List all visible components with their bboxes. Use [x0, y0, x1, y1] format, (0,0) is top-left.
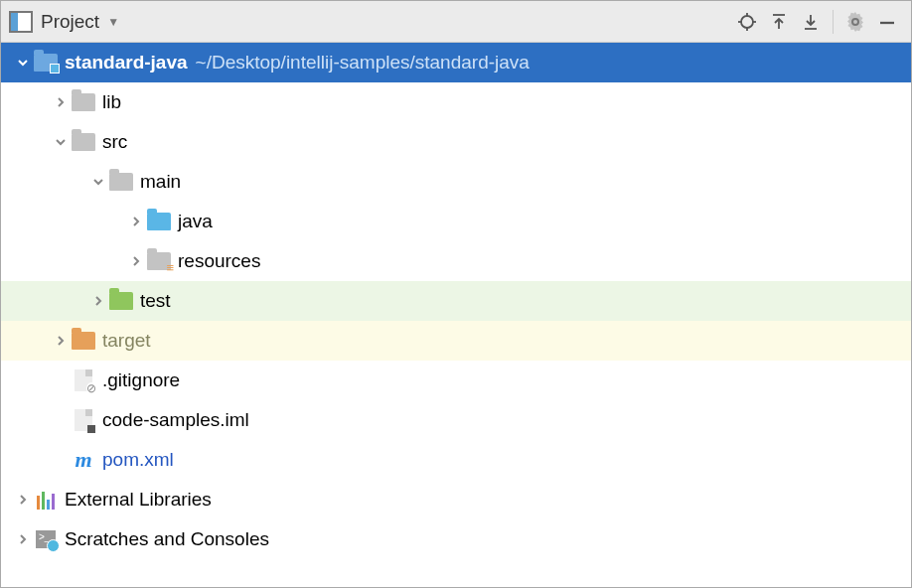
collapse-all-icon[interactable]: [795, 6, 827, 38]
module-path: ~/Desktop/intellij-samples/standard-java: [196, 52, 530, 74]
chevron-right-icon[interactable]: [126, 212, 146, 231]
folder-icon: [71, 91, 96, 113]
expand-all-icon[interactable]: [763, 6, 795, 38]
scratches-icon: [33, 528, 59, 550]
node-label: External Libraries: [65, 489, 212, 511]
tree-folder-resources[interactable]: resources: [1, 241, 911, 281]
resources-folder-icon: [146, 250, 172, 272]
node-label: Scratches and Consoles: [65, 528, 269, 550]
tree-folder-test[interactable]: test: [1, 281, 911, 321]
folder-label: main: [140, 171, 181, 193]
file-icon: [71, 369, 96, 391]
excluded-folder-icon: [71, 330, 96, 352]
tree-folder-target[interactable]: target: [1, 321, 911, 361]
chevron-down-icon[interactable]: [13, 53, 33, 73]
folder-label: java: [178, 211, 213, 232]
tree-folder-src[interactable]: src: [1, 122, 911, 162]
tree-folder-lib[interactable]: lib: [1, 82, 911, 122]
chevron-right-icon[interactable]: [51, 331, 71, 351]
folder-label: lib: [102, 91, 121, 113]
dropdown-icon[interactable]: ▼: [107, 15, 119, 29]
tree-folder-java[interactable]: java: [1, 202, 911, 241]
chevron-right-icon[interactable]: [13, 529, 33, 549]
folder-label: resources: [178, 250, 260, 272]
toolbar-separator: [833, 10, 834, 34]
project-view-title[interactable]: Project: [41, 11, 99, 33]
tree-file-iml[interactable]: code-samples.iml: [1, 400, 911, 440]
tree-folder-main[interactable]: main: [1, 162, 911, 202]
file-label: .gitignore: [102, 369, 180, 391]
folder-label: src: [102, 131, 127, 153]
folder-icon: [71, 131, 96, 153]
tree-file-pom[interactable]: m pom.xml: [1, 440, 911, 480]
chevron-right-icon[interactable]: [13, 490, 33, 510]
test-folder-icon: [108, 290, 134, 312]
project-tree: standard-java ~/Desktop/intellij-samples…: [1, 43, 911, 559]
locate-icon[interactable]: [731, 6, 763, 38]
tree-external-libraries[interactable]: External Libraries: [1, 480, 911, 519]
tree-scratches-consoles[interactable]: Scratches and Consoles: [1, 519, 911, 559]
chevron-down-icon[interactable]: [51, 132, 71, 152]
module-name: standard-java: [65, 52, 188, 74]
chevron-right-icon[interactable]: [88, 291, 108, 311]
folder-label: test: [140, 290, 171, 312]
file-icon: [71, 409, 96, 431]
folder-label: target: [102, 330, 151, 352]
file-label: code-samples.iml: [102, 409, 249, 431]
module-folder-icon: [33, 52, 59, 74]
folder-icon: [108, 171, 134, 193]
tree-root-module[interactable]: standard-java ~/Desktop/intellij-samples…: [1, 43, 911, 82]
chevron-down-icon[interactable]: [88, 172, 108, 192]
project-view-icon: [9, 11, 33, 33]
minimize-icon[interactable]: [871, 6, 903, 38]
svg-point-0: [741, 16, 753, 28]
chevron-right-icon[interactable]: [51, 92, 71, 112]
project-toolbar: Project ▼: [1, 1, 911, 43]
source-folder-icon: [146, 211, 172, 232]
chevron-right-icon[interactable]: [126, 251, 146, 271]
tree-file-gitignore[interactable]: .gitignore: [1, 361, 911, 400]
libraries-icon: [33, 489, 59, 511]
maven-icon: m: [71, 449, 96, 471]
file-label: pom.xml: [102, 449, 174, 471]
gear-icon[interactable]: [839, 6, 871, 38]
